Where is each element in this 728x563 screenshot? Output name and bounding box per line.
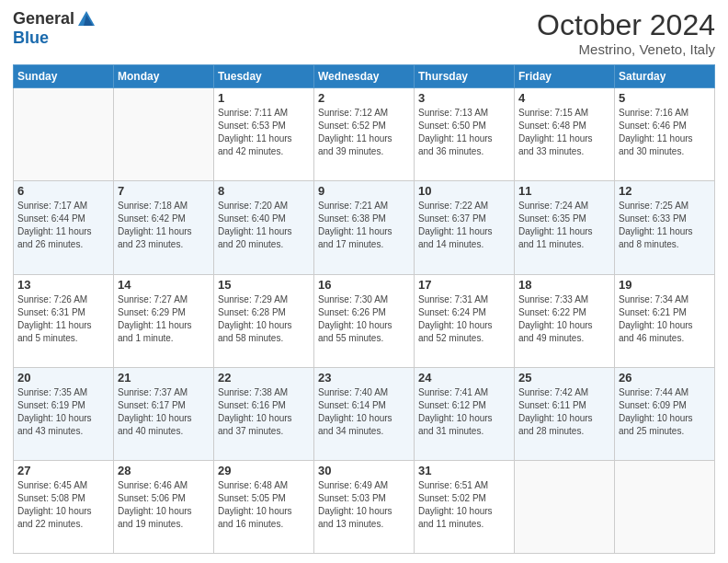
table-row: 3Sunrise: 7:13 AMSunset: 6:50 PMDaylight… bbox=[415, 88, 515, 181]
day-info: Sunrise: 7:17 AMSunset: 6:44 PMDaylight:… bbox=[17, 200, 109, 251]
table-row: 30Sunrise: 6:49 AMSunset: 5:03 PMDayligh… bbox=[314, 460, 415, 553]
day-info: Sunrise: 7:13 AMSunset: 6:50 PMDaylight:… bbox=[418, 107, 510, 158]
logo-general: General bbox=[13, 10, 74, 29]
table-row: 14Sunrise: 7:27 AMSunset: 6:29 PMDayligh… bbox=[114, 274, 214, 367]
day-info: Sunrise: 7:29 AMSunset: 6:28 PMDaylight:… bbox=[218, 293, 310, 345]
day-number: 19 bbox=[619, 278, 711, 292]
table-row: 16Sunrise: 7:30 AMSunset: 6:26 PMDayligh… bbox=[314, 274, 415, 367]
table-row: 10Sunrise: 7:22 AMSunset: 6:37 PMDayligh… bbox=[415, 181, 515, 274]
day-number: 14 bbox=[118, 278, 210, 292]
logo-icon bbox=[76, 9, 97, 29]
col-sunday: Sunday bbox=[14, 65, 114, 88]
table-row: 28Sunrise: 6:46 AMSunset: 5:06 PMDayligh… bbox=[114, 460, 214, 553]
day-info: Sunrise: 7:37 AMSunset: 6:17 PMDaylight:… bbox=[118, 386, 210, 438]
day-info: Sunrise: 7:20 AMSunset: 6:40 PMDaylight:… bbox=[218, 200, 310, 251]
day-number: 24 bbox=[418, 371, 510, 385]
day-info: Sunrise: 7:33 AMSunset: 6:22 PMDaylight:… bbox=[518, 293, 610, 345]
table-row: 20Sunrise: 7:35 AMSunset: 6:19 PMDayligh… bbox=[14, 367, 114, 460]
table-row: 23Sunrise: 7:40 AMSunset: 6:14 PMDayligh… bbox=[314, 367, 415, 460]
logo: General Blue bbox=[13, 9, 97, 48]
day-info: Sunrise: 7:42 AMSunset: 6:11 PMDaylight:… bbox=[518, 386, 610, 438]
title-location: Mestrino, Veneto, Italy bbox=[537, 41, 715, 57]
title-block: October 2024 Mestrino, Veneto, Italy bbox=[537, 9, 715, 57]
table-row: 31Sunrise: 6:51 AMSunset: 5:02 PMDayligh… bbox=[415, 460, 515, 553]
day-info: Sunrise: 7:18 AMSunset: 6:42 PMDaylight:… bbox=[118, 200, 210, 251]
day-number: 30 bbox=[318, 464, 410, 477]
calendar-header-row: Sunday Monday Tuesday Wednesday Thursday… bbox=[14, 65, 715, 88]
table-row: 29Sunrise: 6:48 AMSunset: 5:05 PMDayligh… bbox=[214, 460, 314, 553]
day-number: 31 bbox=[418, 464, 510, 477]
table-row bbox=[14, 88, 114, 181]
table-row: 9Sunrise: 7:21 AMSunset: 6:38 PMDaylight… bbox=[314, 181, 415, 274]
calendar-week-row: 13Sunrise: 7:26 AMSunset: 6:31 PMDayligh… bbox=[14, 274, 715, 367]
day-info: Sunrise: 7:44 AMSunset: 6:09 PMDaylight:… bbox=[619, 386, 711, 438]
day-info: Sunrise: 6:51 AMSunset: 5:02 PMDaylight:… bbox=[418, 479, 510, 531]
day-number: 16 bbox=[318, 278, 410, 292]
table-row: 4Sunrise: 7:15 AMSunset: 6:48 PMDaylight… bbox=[515, 88, 615, 181]
day-info: Sunrise: 6:48 AMSunset: 5:05 PMDaylight:… bbox=[218, 479, 310, 531]
header: General Blue October 2024 Mestrino, Vene… bbox=[13, 9, 715, 57]
table-row: 24Sunrise: 7:41 AMSunset: 6:12 PMDayligh… bbox=[415, 367, 515, 460]
table-row: 12Sunrise: 7:25 AMSunset: 6:33 PMDayligh… bbox=[615, 181, 715, 274]
day-info: Sunrise: 7:35 AMSunset: 6:19 PMDaylight:… bbox=[17, 386, 109, 438]
col-saturday: Saturday bbox=[615, 65, 715, 88]
table-row: 5Sunrise: 7:16 AMSunset: 6:46 PMDaylight… bbox=[615, 88, 715, 181]
table-row: 2Sunrise: 7:12 AMSunset: 6:52 PMDaylight… bbox=[314, 88, 415, 181]
day-info: Sunrise: 7:38 AMSunset: 6:16 PMDaylight:… bbox=[218, 386, 310, 438]
day-number: 11 bbox=[518, 184, 610, 198]
day-info: Sunrise: 7:24 AMSunset: 6:35 PMDaylight:… bbox=[518, 200, 610, 251]
table-row: 7Sunrise: 7:18 AMSunset: 6:42 PMDaylight… bbox=[114, 181, 214, 274]
day-number: 27 bbox=[17, 464, 109, 477]
day-info: Sunrise: 6:45 AMSunset: 5:08 PMDaylight:… bbox=[17, 479, 109, 531]
table-row: 19Sunrise: 7:34 AMSunset: 6:21 PMDayligh… bbox=[615, 274, 715, 367]
day-number: 28 bbox=[118, 464, 210, 477]
calendar-week-row: 1Sunrise: 7:11 AMSunset: 6:53 PMDaylight… bbox=[14, 88, 715, 181]
day-info: Sunrise: 7:15 AMSunset: 6:48 PMDaylight:… bbox=[518, 107, 610, 158]
table-row bbox=[114, 88, 214, 181]
day-number: 18 bbox=[518, 278, 610, 292]
table-row: 27Sunrise: 6:45 AMSunset: 5:08 PMDayligh… bbox=[14, 460, 114, 553]
table-row bbox=[515, 460, 615, 553]
table-row: 6Sunrise: 7:17 AMSunset: 6:44 PMDaylight… bbox=[14, 181, 114, 274]
day-number: 25 bbox=[518, 371, 610, 385]
day-info: Sunrise: 7:34 AMSunset: 6:21 PMDaylight:… bbox=[619, 293, 711, 345]
day-number: 22 bbox=[218, 371, 310, 385]
day-number: 12 bbox=[619, 184, 711, 198]
day-info: Sunrise: 7:16 AMSunset: 6:46 PMDaylight:… bbox=[619, 107, 711, 158]
day-info: Sunrise: 7:21 AMSunset: 6:38 PMDaylight:… bbox=[318, 200, 410, 251]
title-month: October 2024 bbox=[537, 9, 715, 41]
day-number: 8 bbox=[218, 184, 310, 198]
day-info: Sunrise: 7:26 AMSunset: 6:31 PMDaylight:… bbox=[17, 293, 109, 345]
table-row: 1Sunrise: 7:11 AMSunset: 6:53 PMDaylight… bbox=[214, 88, 314, 181]
table-row: 26Sunrise: 7:44 AMSunset: 6:09 PMDayligh… bbox=[615, 367, 715, 460]
day-info: Sunrise: 7:41 AMSunset: 6:12 PMDaylight:… bbox=[418, 386, 510, 438]
day-info: Sunrise: 7:12 AMSunset: 6:52 PMDaylight:… bbox=[318, 107, 410, 158]
day-number: 10 bbox=[418, 184, 510, 198]
day-number: 5 bbox=[619, 91, 711, 105]
day-number: 26 bbox=[619, 371, 711, 385]
calendar: Sunday Monday Tuesday Wednesday Thursday… bbox=[13, 64, 715, 554]
day-number: 2 bbox=[318, 91, 410, 105]
day-number: 21 bbox=[118, 371, 210, 385]
day-number: 7 bbox=[118, 184, 210, 198]
day-number: 1 bbox=[218, 91, 310, 105]
day-info: Sunrise: 6:49 AMSunset: 5:03 PMDaylight:… bbox=[318, 479, 410, 531]
logo-blue: Blue bbox=[13, 29, 49, 47]
day-info: Sunrise: 7:40 AMSunset: 6:14 PMDaylight:… bbox=[318, 386, 410, 438]
table-row: 17Sunrise: 7:31 AMSunset: 6:24 PMDayligh… bbox=[415, 274, 515, 367]
day-info: Sunrise: 7:11 AMSunset: 6:53 PMDaylight:… bbox=[218, 107, 310, 158]
page: General Blue October 2024 Mestrino, Vene… bbox=[0, 0, 728, 563]
table-row: 25Sunrise: 7:42 AMSunset: 6:11 PMDayligh… bbox=[515, 367, 615, 460]
day-number: 20 bbox=[17, 371, 109, 385]
col-wednesday: Wednesday bbox=[314, 65, 415, 88]
table-row bbox=[615, 460, 715, 553]
day-number: 23 bbox=[318, 371, 410, 385]
day-number: 15 bbox=[218, 278, 310, 292]
day-info: Sunrise: 7:22 AMSunset: 6:37 PMDaylight:… bbox=[418, 200, 510, 251]
col-tuesday: Tuesday bbox=[214, 65, 314, 88]
day-info: Sunrise: 7:31 AMSunset: 6:24 PMDaylight:… bbox=[418, 293, 510, 345]
table-row: 8Sunrise: 7:20 AMSunset: 6:40 PMDaylight… bbox=[214, 181, 314, 274]
table-row: 22Sunrise: 7:38 AMSunset: 6:16 PMDayligh… bbox=[214, 367, 314, 460]
col-friday: Friday bbox=[515, 65, 615, 88]
day-number: 6 bbox=[17, 184, 109, 198]
